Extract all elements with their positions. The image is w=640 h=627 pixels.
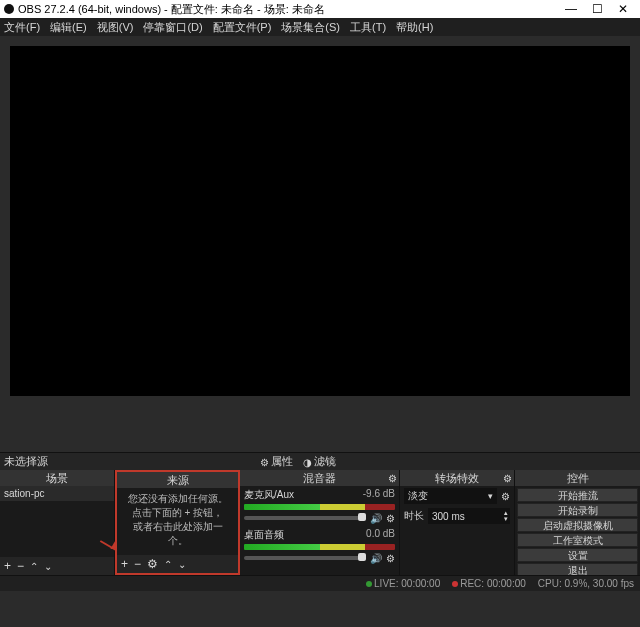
minimize-button[interactable]: — xyxy=(558,2,584,16)
mic-meter xyxy=(244,504,395,510)
gear-icon xyxy=(260,456,269,468)
sources-empty-text: 您还没有添加任何源。 点击下面的 + 按钮， 或者右击此处添加一个。 xyxy=(117,488,238,552)
desktop-volume-slider[interactable] xyxy=(244,556,366,560)
menu-tools[interactable]: 工具(T) xyxy=(350,20,386,35)
mixer-track-desktop: 桌面音频0.0 dB xyxy=(240,526,399,566)
source-add-button[interactable]: + xyxy=(121,558,128,570)
mixer-track-mic: 麦克风/Aux-9.6 dB xyxy=(240,486,399,526)
mixer-settings-icon[interactable]: ⚙ xyxy=(388,473,397,484)
menu-view[interactable]: 视图(V) xyxy=(97,20,134,35)
panels-row: 场景 sation-pc + − 来源 您还没有添加任何源。 点击下面的 + 按… xyxy=(0,470,640,575)
scene-item[interactable]: sation-pc xyxy=(0,486,114,501)
source-settings-button[interactable]: ⚙ xyxy=(147,558,158,570)
transitions-settings-icon[interactable]: ⚙ xyxy=(503,473,512,484)
mixer-panel: 混音器 ⚙ 麦克风/Aux-9.6 dB 桌面音频0.0 dB xyxy=(240,470,400,575)
status-bar: LIVE: 00:00:00 REC: 00:00:00 CPU: 0.9%, … xyxy=(0,575,640,591)
menu-file[interactable]: 文件(F) xyxy=(4,20,40,35)
scenes-header[interactable]: 场景 xyxy=(0,470,114,486)
start-recording-button[interactable]: 开始录制 xyxy=(517,503,638,517)
scene-up-button[interactable] xyxy=(30,560,38,572)
rec-status: REC: 00:00:00 xyxy=(452,578,526,589)
mic-volume-slider[interactable] xyxy=(244,516,366,520)
gear-icon[interactable] xyxy=(386,552,395,564)
source-down-button[interactable] xyxy=(178,558,186,570)
filters-button[interactable]: 滤镜 xyxy=(299,454,340,470)
menu-help[interactable]: 帮助(H) xyxy=(396,20,433,35)
mixer-body: 麦克风/Aux-9.6 dB 桌面音频0.0 dB xyxy=(240,486,399,575)
source-remove-button[interactable]: − xyxy=(134,558,141,570)
source-toolbar: 未选择源 属性 滤镜 xyxy=(0,452,640,470)
transitions-header[interactable]: 转场特效 ⚙ xyxy=(400,470,514,486)
window-titlebar: OBS 27.2.4 (64-bit, windows) - 配置文件: 未命名… xyxy=(0,0,640,18)
sources-header[interactable]: 来源 xyxy=(117,472,238,488)
preview-container xyxy=(0,36,640,396)
scenes-footer: + − xyxy=(0,557,114,575)
sources-list[interactable]: 您还没有添加任何源。 点击下面的 + 按钮， 或者右击此处添加一个。 🖼 🖵 🌐… xyxy=(117,488,238,555)
properties-button[interactable]: 属性 xyxy=(256,454,297,470)
controls-body: 开始推流 开始录制 启动虚拟摄像机 工作室模式 设置 退出 xyxy=(515,486,640,575)
window-title: OBS 27.2.4 (64-bit, windows) - 配置文件: 未命名… xyxy=(18,2,325,17)
gear-icon[interactable] xyxy=(501,490,510,502)
scene-remove-button[interactable]: − xyxy=(17,560,24,572)
obs-logo-icon xyxy=(4,4,14,14)
duration-label: 时长 xyxy=(404,509,424,523)
scene-add-button[interactable]: + xyxy=(4,560,11,572)
speaker-icon[interactable] xyxy=(370,512,382,524)
no-source-selected-label: 未选择源 xyxy=(4,454,48,469)
sources-footer: + − ⚙ xyxy=(117,555,238,573)
transitions-panel: 转场特效 ⚙ 淡变 时长 300 ms ▴▾ xyxy=(400,470,515,575)
scenes-list[interactable]: sation-pc xyxy=(0,486,114,557)
cpu-status: CPU: 0.9%, 30.00 fps xyxy=(538,578,634,589)
scenes-panel: 场景 sation-pc + − xyxy=(0,470,115,575)
controls-panel: 控件 开始推流 开始录制 启动虚拟摄像机 工作室模式 设置 退出 xyxy=(515,470,640,575)
spin-icons[interactable]: ▴▾ xyxy=(504,510,508,522)
preview-canvas[interactable] xyxy=(10,46,630,396)
start-streaming-button[interactable]: 开始推流 xyxy=(517,488,638,502)
transition-select[interactable]: 淡变 xyxy=(404,488,497,504)
settings-button[interactable]: 设置 xyxy=(517,548,638,562)
mixer-header[interactable]: 混音器 ⚙ xyxy=(240,470,399,486)
duration-input[interactable]: 300 ms ▴▾ xyxy=(428,508,510,524)
close-button[interactable]: ✕ xyxy=(610,2,636,16)
filter-icon xyxy=(303,456,312,468)
menu-profile[interactable]: 配置文件(P) xyxy=(213,20,272,35)
sources-panel: 来源 您还没有添加任何源。 点击下面的 + 按钮， 或者右击此处添加一个。 🖼 … xyxy=(115,470,240,575)
spacer xyxy=(0,396,640,452)
maximize-button[interactable]: ☐ xyxy=(584,2,610,16)
scene-down-button[interactable] xyxy=(44,560,52,572)
menu-scene-collection[interactable]: 场景集合(S) xyxy=(281,20,340,35)
speaker-icon[interactable] xyxy=(370,552,382,564)
source-up-button[interactable] xyxy=(164,558,172,570)
menu-edit[interactable]: 编辑(E) xyxy=(50,20,87,35)
menu-bar: 文件(F) 编辑(E) 视图(V) 停靠窗口(D) 配置文件(P) 场景集合(S… xyxy=(0,18,640,36)
exit-button[interactable]: 退出 xyxy=(517,563,638,575)
controls-header[interactable]: 控件 xyxy=(515,470,640,486)
studio-mode-button[interactable]: 工作室模式 xyxy=(517,533,638,547)
live-dot-icon xyxy=(366,581,372,587)
live-status: LIVE: 00:00:00 xyxy=(366,578,440,589)
source-type-icons: 🖼 🖵 🌐 📷 xyxy=(117,552,238,555)
desktop-meter xyxy=(244,544,395,550)
gear-icon[interactable] xyxy=(386,512,395,524)
start-virtual-cam-button[interactable]: 启动虚拟摄像机 xyxy=(517,518,638,532)
rec-dot-icon xyxy=(452,581,458,587)
menu-dock[interactable]: 停靠窗口(D) xyxy=(143,20,202,35)
transitions-body: 淡变 时长 300 ms ▴▾ xyxy=(400,486,514,575)
